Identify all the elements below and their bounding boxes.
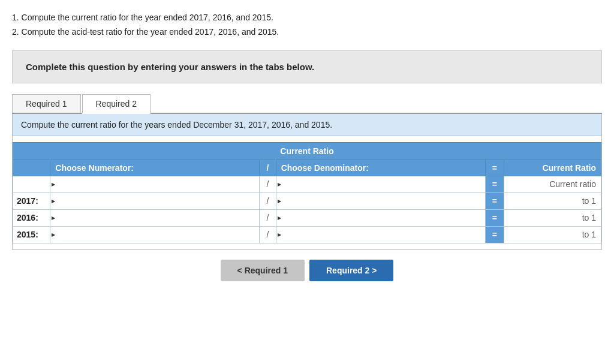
result-cell-2015: to 1 [504,226,601,243]
numerator-select-0[interactable] [62,179,255,190]
complete-box-text: Complete this question by entering your … [26,62,314,72]
tabs-row: Required 1 Required 2 [12,94,602,114]
row-label-2015: 2015: [13,226,50,243]
instruction-line-1: 1. Compute the current ratio for the yea… [12,11,602,25]
result-cell-2017: to 1 [504,192,601,209]
equals-2016: = [485,209,504,226]
instructions: 1. Compute the current ratio for the yea… [12,11,602,40]
row-label-2017: 2017: [13,192,50,209]
tab-required-1[interactable]: Required 1 [12,94,81,113]
numerator-cell-2016[interactable] [50,209,260,226]
table-container: Current Ratio Choose Numerator: / Choose… [13,136,601,249]
table-title: Current Ratio [13,142,601,160]
header-numerator: Choose Numerator: [50,160,260,176]
header-empty [13,160,50,176]
numerator-select-2016[interactable] [62,212,255,224]
equals-2015: = [485,226,504,243]
divider-2015: / [260,226,276,243]
table-row: 2016: / [13,209,601,226]
table-row: 2015: / [13,226,601,243]
divider-0: / [260,176,276,192]
denominator-cell-0[interactable] [276,176,485,192]
divider-2016: / [260,209,276,226]
header-denominator: Choose Denominator: [276,160,485,176]
equals-0: = [485,176,504,192]
result-cell-0: Current ratio [504,176,601,192]
row-label-2016: 2016: [13,209,50,226]
prev-button[interactable]: < Required 1 [221,260,305,281]
numerator-cell-0[interactable] [50,176,260,192]
denominator-cell-2015[interactable] [276,226,485,243]
header-equals: = [485,160,504,176]
header-divider: / [260,160,276,176]
tab-content-area: Compute the current ratio for the years … [12,114,602,250]
numerator-select-2015[interactable] [62,229,255,240]
denominator-cell-2017[interactable] [276,192,485,209]
complete-box: Complete this question by entering your … [12,50,602,83]
header-result: Current Ratio [504,160,601,176]
numerator-cell-2015[interactable] [50,226,260,243]
result-cell-2016: to 1 [504,209,601,226]
table-row: / = Current ratio [13,176,601,192]
denominator-select-0[interactable] [288,179,481,190]
denominator-select-2017[interactable] [288,195,481,207]
denominator-cell-2016[interactable] [276,209,485,226]
ratio-table: Current Ratio Choose Numerator: / Choose… [13,142,601,243]
divider-2017: / [260,192,276,209]
equals-2017: = [485,192,504,209]
numerator-select-2017[interactable] [62,195,255,207]
tab-description: Compute the current ratio for the years … [13,114,601,136]
denominator-select-2016[interactable] [288,212,481,224]
tab-required-2[interactable]: Required 2 [82,94,151,114]
bottom-nav: < Required 1 Required 2 > [12,260,602,281]
denominator-select-2015[interactable] [288,229,481,240]
instruction-line-2: 2. Compute the acid-test ratio for the y… [12,25,602,40]
table-row: 2017: / [13,192,601,209]
numerator-cell-2017[interactable] [50,192,260,209]
row-label-0 [13,176,50,192]
next-button[interactable]: Required 2 > [309,260,393,281]
